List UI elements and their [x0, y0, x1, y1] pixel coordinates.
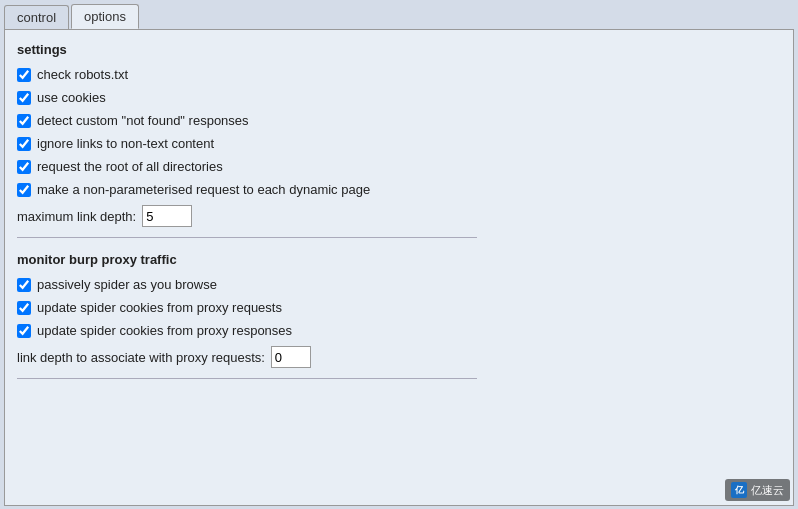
watermark-text: 亿速云 — [751, 483, 784, 498]
link-depth-proxy-row: link depth to associate with proxy reque… — [17, 346, 777, 368]
checkbox-ignore-links: ignore links to non-text content — [17, 136, 777, 151]
max-link-depth-row: maximum link depth: — [17, 205, 777, 227]
make-nonparam-checkbox[interactable] — [17, 183, 31, 197]
checkbox-detect-custom: detect custom "not found" responses — [17, 113, 777, 128]
update-cookies-req-checkbox[interactable] — [17, 301, 31, 315]
scroll-area[interactable]: settings check robots.txt use cookies de… — [5, 30, 793, 505]
watermark: 亿 亿速云 — [725, 479, 790, 501]
passively-spider-label: passively spider as you browse — [37, 277, 217, 292]
check-robots-label: check robots.txt — [37, 67, 128, 82]
passively-spider-checkbox[interactable] — [17, 278, 31, 292]
divider-1 — [17, 237, 477, 238]
tab-control[interactable]: control — [4, 5, 69, 29]
detect-custom-label: detect custom "not found" responses — [37, 113, 249, 128]
checkbox-make-nonparam: make a non-parameterised request to each… — [17, 182, 777, 197]
detect-custom-checkbox[interactable] — [17, 114, 31, 128]
main-panel: settings check robots.txt use cookies de… — [4, 29, 794, 506]
tab-bar: control options — [0, 0, 798, 29]
checkbox-check-robots: check robots.txt — [17, 67, 777, 82]
update-cookies-res-label: update spider cookies from proxy respons… — [37, 323, 292, 338]
settings-title: settings — [17, 42, 777, 57]
checkbox-use-cookies: use cookies — [17, 90, 777, 105]
watermark-icon: 亿 — [731, 482, 747, 498]
checkbox-passively-spider: passively spider as you browse — [17, 277, 777, 292]
update-cookies-res-checkbox[interactable] — [17, 324, 31, 338]
checkbox-update-cookies-res: update spider cookies from proxy respons… — [17, 323, 777, 338]
use-cookies-label: use cookies — [37, 90, 106, 105]
link-depth-proxy-label: link depth to associate with proxy reque… — [17, 350, 265, 365]
ignore-links-label: ignore links to non-text content — [37, 136, 214, 151]
link-depth-proxy-input[interactable] — [271, 346, 311, 368]
divider-2 — [17, 378, 477, 379]
ignore-links-checkbox[interactable] — [17, 137, 31, 151]
update-cookies-req-label: update spider cookies from proxy request… — [37, 300, 282, 315]
check-robots-checkbox[interactable] — [17, 68, 31, 82]
monitor-title: monitor burp proxy traffic — [17, 252, 777, 267]
use-cookies-checkbox[interactable] — [17, 91, 31, 105]
make-nonparam-label: make a non-parameterised request to each… — [37, 182, 370, 197]
max-link-depth-input[interactable] — [142, 205, 192, 227]
checkbox-request-root: request the root of all directories — [17, 159, 777, 174]
checkbox-update-cookies-req: update spider cookies from proxy request… — [17, 300, 777, 315]
tab-options[interactable]: options — [71, 4, 139, 29]
request-root-checkbox[interactable] — [17, 160, 31, 174]
max-link-depth-label: maximum link depth: — [17, 209, 136, 224]
request-root-label: request the root of all directories — [37, 159, 223, 174]
